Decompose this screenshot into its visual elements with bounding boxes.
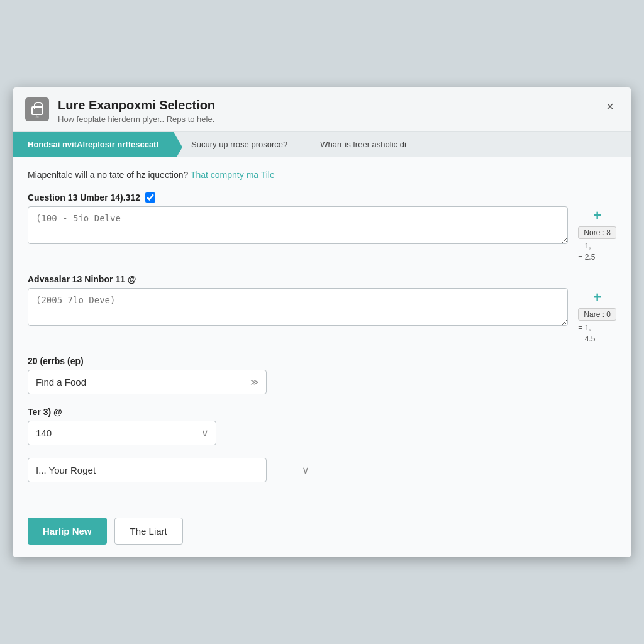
field-3-select-wrapper: Find a Food: [28, 370, 267, 394]
question-prompt: Miapenltale will a no tate of hz iquecti…: [28, 170, 616, 180]
field-1-label: Cuestion 13 Umber 14).312: [28, 192, 616, 203]
field-2-note: Nare : 0: [578, 308, 616, 321]
field-1-values: Nore : 8 = 1, = 2.5: [578, 226, 616, 262]
field-2-eq1: = 1,: [578, 323, 616, 332]
tab-2[interactable]: Sucury up rrose prosorce?: [174, 132, 303, 157]
dialog-body: Miapenltale will a no tate of hz iquecti…: [13, 157, 631, 508]
field-3-label: 20 (errbs (ep): [28, 356, 616, 366]
secondary-button[interactable]: The Liart: [114, 518, 183, 545]
field-1-add-button[interactable]: +: [593, 209, 601, 223]
field-1-row: + Nore : 8 = 1, = 2.5: [28, 206, 616, 262]
field-group-5: I... Your Roget: [28, 458, 616, 482]
field-1-side: + Nore : 8 = 1, = 2.5: [578, 206, 616, 262]
prompt-link[interactable]: That compnty ma Tile: [191, 170, 275, 180]
close-button[interactable]: ×: [601, 97, 619, 115]
field-group-3: 20 (errbs (ep) Find a Food: [28, 356, 616, 394]
field-group-2: Advasalar 13 Ninbor 11 @ + Nare : 0 = 1,…: [28, 274, 616, 343]
field-1-note: Nore : 8: [578, 226, 616, 239]
field-2-values: Nare : 0 = 1, = 4.5: [578, 308, 616, 343]
field-4-label: Ter 3) @: [28, 407, 616, 417]
field-2-eq2: = 4.5: [578, 335, 616, 343]
field-2-label: Advasalar 13 Ninbor 11 @: [28, 274, 616, 284]
header-left: 5 Lure Exanpoxmi Selection How feoplate …: [25, 97, 215, 124]
field-4-select-wrapper: 140: [28, 421, 216, 445]
field-2-input[interactable]: [28, 288, 568, 326]
field-5-select-wrapper: I... Your Roget: [28, 458, 317, 482]
title-group: Lure Exanpoxmi Selection How feoplate hi…: [58, 97, 215, 124]
dialog-subtitle: How feoplate hierderm plyer.. Reps to he…: [58, 114, 215, 124]
field-1-input[interactable]: [28, 206, 568, 244]
field-3-select[interactable]: Find a Food: [28, 370, 267, 394]
dialog: 5 Lure Exanpoxmi Selection How feoplate …: [13, 87, 631, 557]
field-5-select[interactable]: I... Your Roget: [28, 458, 267, 482]
primary-button[interactable]: Harlip New: [28, 518, 107, 545]
tabs-row: Hondsai nvitAlreplosir nrffesccatl Sucur…: [13, 132, 631, 157]
field-1-eq1: = 1,: [578, 242, 616, 250]
tab-3[interactable]: Wharr is freer asholic di: [303, 132, 421, 157]
field-4-select[interactable]: 140: [28, 421, 216, 445]
badge-number: 5: [35, 113, 38, 119]
field-1-checkbox[interactable]: [145, 192, 155, 203]
lock-badge: 5: [25, 97, 49, 121]
tab-2-label: Sucury up rrose prosorce?: [191, 140, 287, 149]
dialog-header: 5 Lure Exanpoxmi Selection How feoplate …: [13, 87, 631, 132]
field-group-4: Ter 3) @ 140: [28, 407, 616, 445]
field-2-add-button[interactable]: +: [593, 291, 601, 304]
dialog-footer: Harlip New The Liart: [13, 508, 631, 557]
tab-1-label: Hondsai nvitAlreplosir nrffesccatl: [28, 140, 158, 149]
field-2-side: + Nare : 0 = 1, = 4.5: [578, 288, 616, 343]
field-group-1: Cuestion 13 Umber 14).312 + Nore : 8 = 1…: [28, 192, 616, 262]
field-2-row: + Nare : 0 = 1, = 4.5: [28, 288, 616, 343]
tab-1[interactable]: Hondsai nvitAlreplosir nrffesccatl: [13, 132, 174, 157]
tab-3-label: Wharr is freer asholic di: [320, 140, 406, 149]
field-1-eq2: = 2.5: [578, 253, 616, 262]
dialog-title: Lure Exanpoxmi Selection: [58, 97, 215, 113]
